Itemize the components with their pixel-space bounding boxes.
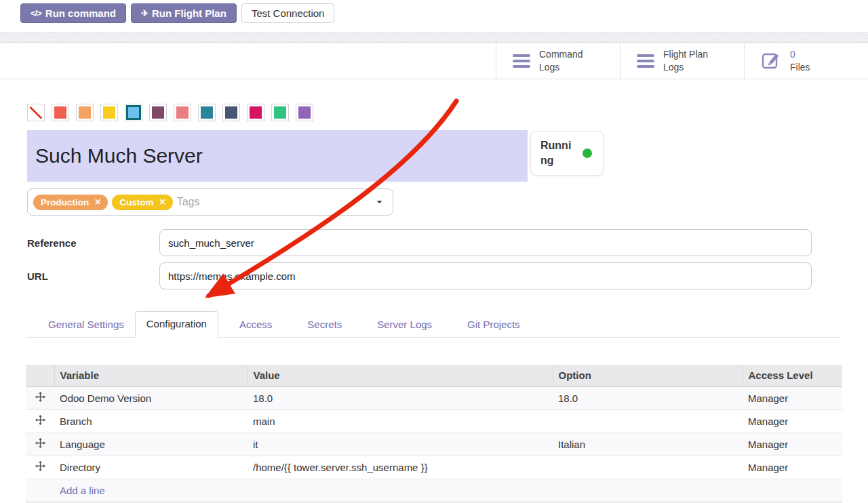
form-sheet: Such Much Server Running Production ✕ Cu… xyxy=(0,104,868,503)
table-row[interactable]: Language it Italian Manager xyxy=(26,432,842,456)
color-swatch[interactable] xyxy=(52,104,69,121)
status-label: Running xyxy=(540,138,576,169)
chevron-down-icon[interactable]: ▼ xyxy=(375,199,384,204)
status-dot xyxy=(583,148,592,158)
drag-handle-icon[interactable] xyxy=(26,386,54,409)
add-a-line-link[interactable]: Add a line xyxy=(60,485,105,496)
command-logs-label-line2: Logs xyxy=(539,62,559,73)
menu-icon xyxy=(513,54,530,68)
cell-option[interactable] xyxy=(553,456,743,479)
tags-field[interactable]: Production ✕ Custom ✕ Tags ▼ xyxy=(27,188,393,216)
flight-plan-logs-label-line1: Flight Plan xyxy=(663,49,708,60)
plane-icon: ✈ xyxy=(141,8,148,18)
files-count: 0 xyxy=(790,49,795,60)
table-row[interactable]: Directory /home/{{ tower.server.ssh_user… xyxy=(26,456,842,479)
menu-icon xyxy=(637,54,654,68)
cell-option[interactable] xyxy=(553,409,743,432)
action-toolbar: </> Run command ✈ Run Flight Plan Test C… xyxy=(0,0,868,27)
cell-value[interactable]: 18.0 xyxy=(248,386,553,409)
tag-label: Production xyxy=(41,197,89,207)
tag-pill-production[interactable]: Production ✕ xyxy=(33,195,108,210)
column-header-option: Option xyxy=(553,365,743,386)
status-card: Running xyxy=(530,131,604,176)
column-header-access-level: Access Level xyxy=(743,365,842,386)
cell-variable[interactable]: Directory xyxy=(54,456,248,479)
tag-label: Custom xyxy=(119,197,153,207)
color-swatch[interactable] xyxy=(198,104,216,121)
command-logs-button[interactable]: Command Logs xyxy=(496,43,620,79)
test-connection-label: Test Connection xyxy=(252,7,325,19)
cell-option[interactable]: 18.0 xyxy=(553,386,743,409)
run-command-label: Run command xyxy=(45,7,116,19)
handle-column-header xyxy=(26,365,54,386)
tab-general-settings[interactable]: General Settings xyxy=(37,313,135,338)
reference-input[interactable] xyxy=(159,229,812,256)
tab-git-projects[interactable]: Git Projects xyxy=(456,313,531,338)
tag-remove-icon[interactable]: ✕ xyxy=(159,197,166,207)
url-input[interactable] xyxy=(159,262,812,289)
color-swatch[interactable] xyxy=(296,104,313,121)
cell-variable[interactable]: Language xyxy=(54,432,248,456)
divider-band xyxy=(0,32,868,43)
files-button[interactable]: 0 Files xyxy=(744,43,868,79)
color-swatch[interactable] xyxy=(174,104,191,121)
color-swatch[interactable] xyxy=(76,104,94,121)
files-label: Files xyxy=(790,62,810,73)
color-swatch[interactable] xyxy=(100,104,118,121)
column-header-variable: Variable xyxy=(54,365,248,386)
cell-value[interactable]: it xyxy=(248,432,553,456)
record-header-bar: Command Logs Flight Plan Logs 0 Files xyxy=(0,43,868,79)
run-flight-plan-label: Run Flight Plan xyxy=(152,7,226,19)
notebook-tabs: General Settings Configuration Access Se… xyxy=(27,311,841,338)
tab-access[interactable]: Access xyxy=(229,313,283,338)
tab-configuration[interactable]: Configuration xyxy=(135,311,218,338)
color-swatch[interactable] xyxy=(271,104,289,121)
tags-placeholder: Tags xyxy=(177,196,200,208)
cell-value[interactable]: main xyxy=(248,409,553,432)
color-swatch[interactable] xyxy=(149,104,167,121)
flight-plan-logs-label-line2: Logs xyxy=(663,62,684,73)
add-line-row: Add a line xyxy=(26,479,842,502)
cell-access-level[interactable]: Manager xyxy=(743,386,842,409)
table-row[interactable]: Branch main Manager xyxy=(26,409,842,432)
column-header-value: Value xyxy=(248,365,553,386)
run-command-button[interactable]: </> Run command xyxy=(20,3,126,23)
configuration-table: Variable Value Option Access Level Odoo … xyxy=(26,365,842,502)
url-label: URL xyxy=(27,270,159,282)
edit-file-icon xyxy=(761,49,781,73)
run-flight-plan-button[interactable]: ✈ Run Flight Plan xyxy=(131,3,237,23)
drag-handle-icon[interactable] xyxy=(26,432,54,456)
cell-access-level[interactable]: Manager xyxy=(743,432,842,456)
cell-value[interactable]: /home/{{ tower.server.ssh_username }} xyxy=(248,456,553,479)
drag-handle-icon[interactable] xyxy=(26,409,54,432)
command-logs-label-line1: Command xyxy=(539,49,583,60)
test-connection-button[interactable]: Test Connection xyxy=(241,3,335,23)
color-swatch[interactable] xyxy=(222,104,240,121)
drag-handle-icon[interactable] xyxy=(26,456,54,479)
color-swatch-none[interactable] xyxy=(27,104,45,121)
color-swatch[interactable] xyxy=(247,104,264,121)
cell-access-level[interactable]: Manager xyxy=(743,409,842,432)
cell-variable[interactable]: Odoo Demo Version xyxy=(54,386,248,409)
tab-server-logs[interactable]: Server Logs xyxy=(366,313,443,338)
color-swatch[interactable] xyxy=(125,104,142,121)
cell-option[interactable]: Italian xyxy=(553,432,743,456)
cell-variable[interactable]: Branch xyxy=(54,409,248,432)
color-swatch-row xyxy=(27,104,841,121)
tag-pill-custom[interactable]: Custom ✕ xyxy=(112,195,172,210)
code-icon: </> xyxy=(31,8,41,18)
tab-secrets[interactable]: Secrets xyxy=(296,313,353,338)
reference-label: Reference xyxy=(27,237,159,249)
cell-access-level[interactable]: Manager xyxy=(743,456,842,479)
flight-plan-logs-button[interactable]: Flight Plan Logs xyxy=(620,43,744,79)
tag-remove-icon[interactable]: ✕ xyxy=(94,197,101,207)
server-name: Such Much Server xyxy=(35,144,203,167)
server-name-field[interactable]: Such Much Server xyxy=(27,130,528,182)
table-header-row: Variable Value Option Access Level xyxy=(26,365,842,386)
table-row[interactable]: Odoo Demo Version 18.0 18.0 Manager xyxy=(26,386,842,409)
